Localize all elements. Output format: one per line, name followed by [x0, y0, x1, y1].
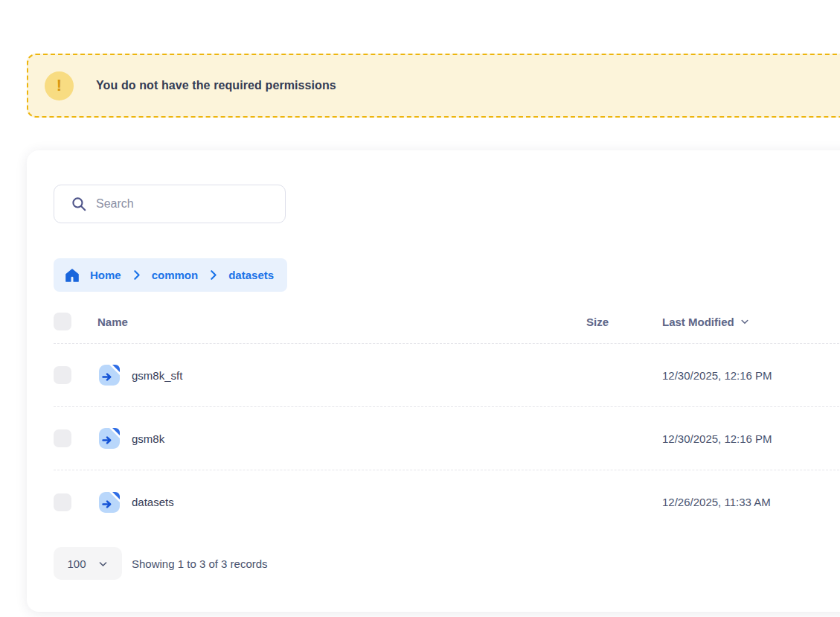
file-arrow-icon	[97, 363, 121, 387]
column-header-name: Name	[71, 316, 586, 328]
page-size-value: 100	[67, 557, 86, 570]
file-name: gsm8k	[132, 432, 164, 445]
permission-warning-banner: ! You do not have the required permissio…	[27, 54, 840, 118]
chevron-down-icon	[97, 558, 109, 569]
home-icon[interactable]	[64, 267, 80, 284]
breadcrumb-item-common[interactable]: common	[152, 269, 199, 281]
select-all-checkbox[interactable]	[54, 313, 71, 330]
breadcrumb-item-home[interactable]: Home	[90, 269, 121, 281]
page-size-select[interactable]: 100	[54, 547, 122, 580]
search-box[interactable]	[54, 185, 286, 223]
chevron-right-icon	[208, 269, 219, 281]
chevron-right-icon	[131, 269, 142, 281]
column-header-last-modified[interactable]: Last Modified	[662, 316, 840, 328]
warning-exclamation-icon: !	[45, 71, 74, 100]
search-icon	[71, 196, 87, 212]
file-name: gsm8k_sft	[132, 369, 182, 382]
file-arrow-icon	[97, 426, 121, 450]
file-name: datasets	[132, 496, 174, 508]
file-last-modified: 12/30/2025, 12:16 PM	[662, 369, 840, 382]
warning-message: You do not have the required permissions	[96, 79, 336, 92]
table-row[interactable]: gsm8k 12/30/2025, 12:16 PM	[54, 407, 840, 470]
chevron-down-icon	[740, 316, 750, 327]
file-browser-card: Home common datasets Name Size Last Modi…	[27, 150, 840, 612]
table-row[interactable]: gsm8k_sft 12/30/2025, 12:16 PM	[54, 344, 840, 407]
row-checkbox[interactable]	[54, 366, 71, 384]
file-arrow-icon	[97, 490, 121, 514]
pagination-bar: 100 Showing 1 to 3 of 3 records	[54, 547, 840, 580]
search-input[interactable]	[96, 197, 260, 211]
column-header-size: Size	[586, 316, 662, 328]
row-checkbox[interactable]	[54, 493, 71, 511]
breadcrumb-item-datasets[interactable]: datasets	[228, 269, 274, 281]
table-row[interactable]: datasets 12/26/2025, 11:33 AM	[54, 470, 840, 534]
file-table: Name Size Last Modified	[54, 300, 840, 534]
row-checkbox[interactable]	[54, 429, 71, 447]
records-summary: Showing 1 to 3 of 3 records	[132, 557, 268, 570]
file-last-modified: 12/26/2025, 11:33 AM	[662, 496, 840, 508]
table-header-row: Name Size Last Modified	[54, 300, 840, 344]
file-last-modified: 12/30/2025, 12:16 PM	[662, 432, 840, 445]
column-header-last-modified-label: Last Modified	[662, 316, 734, 328]
breadcrumb: Home common datasets	[54, 258, 287, 292]
